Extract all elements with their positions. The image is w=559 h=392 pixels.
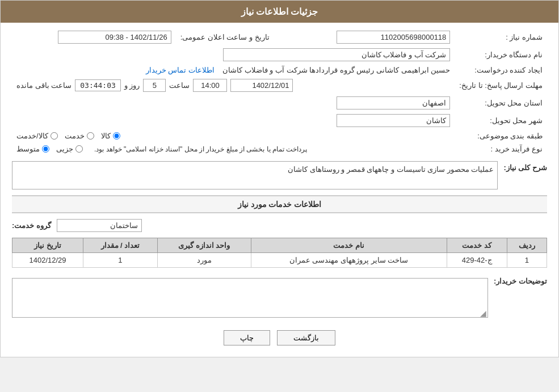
city-input[interactable]: کاشان (337, 114, 450, 127)
cell-code: ج-42-429 (447, 253, 507, 268)
deadline-time-label: ساعت (169, 81, 190, 90)
need-number-value: 1102005698000118 (291, 28, 455, 46)
table-row: 1ج-42-429ساخت سایر پروژههای مهندسی عمران… (12, 253, 547, 268)
services-table-body: 1ج-42-429ساخت سایر پروژههای مهندسی عمران… (12, 253, 547, 268)
services-table-head: ردیف کد خدمت نام خدمت واحد اندازه گیری ت… (12, 238, 547, 253)
radio-kala-khedmat-label: کالا/خدمت (16, 132, 48, 140)
buyer-desc-label: توضیحات خریدار: (494, 277, 547, 285)
deadline-days-label: روز و (124, 81, 140, 90)
purchase-notice: پرداخت تمام یا بخشی از مبلغ خریدار از مح… (94, 145, 307, 153)
buyer-desc-row: توضیحات خریدار: ◢ (12, 275, 547, 321)
info-table: شماره نیاز : 1102005698000118 تاریخ و سا… (12, 28, 547, 155)
radio-motavaset-label: متوسط (16, 145, 40, 153)
service-group-input[interactable]: ساختمان (57, 219, 142, 232)
radio-kala[interactable]: کالا (101, 132, 120, 140)
purchase-type-label: نوع فرآیند خرید : (455, 142, 547, 155)
city-value: کاشان (12, 112, 455, 129)
col-date: تاریخ نیاز (12, 238, 83, 253)
cell-quantity: 1 (83, 253, 158, 268)
radio-khedmat-input[interactable] (87, 132, 94, 140)
resize-handle: ◢ (480, 309, 486, 316)
col-unit: واحد اندازه گیری (157, 238, 251, 253)
category-radios: کالا/خدمت خدمت کالا (12, 129, 455, 142)
announce-input[interactable]: 1402/11/26 - 09:38 (58, 31, 171, 44)
page-header: جزئیات اطلاعات نیاز (1, 1, 558, 23)
deadline-remaining-text: ساعت باقی مانده (16, 81, 72, 90)
purchase-type-row: متوسط جزیی پرداخت تمام یا بخشی از مبلغ خ… (12, 142, 455, 155)
deadline-days-input[interactable]: 5 (143, 79, 166, 92)
creator-value: حسین ابراهیمی کاشانی رئیس گروه قراردادها… (12, 64, 455, 77)
purchase-radio-group: متوسط جزیی (16, 145, 83, 153)
table-row: شهر محل تحویل: کاشان (12, 112, 547, 129)
need-desc-row: شرح کلی نیاز: عملیات محصور سازی تاسیسات … (12, 161, 547, 189)
deadline-label: مهلت ارسال پاسخ: تا تاریخ: (455, 77, 547, 94)
table-row: ایجاد کننده درخواست: حسین ابراهیمی کاشان… (12, 64, 547, 77)
deadline-timer: 03:44:03 (75, 79, 121, 91)
table-header-row: ردیف کد خدمت نام خدمت واحد اندازه گیری ت… (12, 238, 547, 253)
col-row: ردیف (507, 238, 547, 253)
category-label: طبقه بندی موضوعی: (455, 129, 547, 142)
radio-jozii[interactable]: جزیی (56, 145, 83, 153)
deadline-time-input[interactable]: 14:00 (193, 79, 227, 92)
contact-link[interactable]: اطلاعات تماس خریدار (146, 66, 215, 74)
buyer-desc-box[interactable]: ◢ (12, 278, 488, 318)
announce-label: تاریخ و ساعت اعلان عمومی: (176, 28, 274, 46)
radio-kala-input[interactable] (113, 132, 120, 140)
page-title: جزئیات اطلاعات نیاز (241, 7, 318, 16)
city-label: شهر محل تحویل: (455, 112, 547, 129)
province-value: اصفهان (12, 94, 455, 112)
services-section-title: اطلاعات خدمات مورد نیاز (12, 195, 547, 213)
main-content: شماره نیاز : 1102005698000118 تاریخ و سا… (1, 23, 558, 357)
radio-motavaset-input[interactable] (42, 145, 49, 153)
buyer-name-label: نام دستگاه خریدار: (455, 46, 547, 64)
province-label: استان محل تحویل: (455, 94, 547, 112)
services-table: ردیف کد خدمت نام خدمت واحد اندازه گیری ت… (12, 238, 547, 268)
table-row: مهلت ارسال پاسخ: تا تاریخ: ساعت باقی مان… (12, 77, 547, 94)
radio-kala-khedmat[interactable]: کالا/خدمت (16, 132, 58, 140)
need-desc-box[interactable]: عملیات محصور سازی تاسیسات و چاههای قمصر … (12, 161, 498, 189)
button-row: بازگشت چاپ (12, 330, 547, 345)
province-input[interactable]: اصفهان (337, 96, 450, 109)
table-row: شماره نیاز : 1102005698000118 تاریخ و سا… (12, 28, 547, 46)
print-button[interactable]: چاپ (224, 330, 270, 345)
service-group-label: گروه خدمت: (12, 221, 51, 230)
deadline-row: ساعت باقی مانده 03:44:03 روز و 5 ساعت 14… (12, 77, 455, 94)
announce-value: 1402/11/26 - 09:38 (12, 28, 176, 46)
col-code: کد خدمت (447, 238, 507, 253)
cell-date: 1402/12/29 (12, 253, 83, 268)
radio-kala-khedmat-input[interactable] (51, 132, 58, 140)
radio-jozii-label: جزیی (56, 145, 73, 153)
need-number-label: شماره نیاز : (455, 28, 547, 46)
category-radio-group: کالا/خدمت خدمت کالا (16, 132, 450, 140)
creator-label: ایجاد کننده درخواست: (455, 64, 547, 77)
buyer-name-value: شرکت آب و فاضلاب کاشان (12, 46, 455, 64)
radio-jozii-input[interactable] (75, 145, 83, 153)
back-button[interactable]: بازگشت (277, 330, 335, 345)
need-desc-label: شرح کلی نیاز: (503, 163, 547, 172)
table-row: نوع فرآیند خرید : متوسط جزیی (12, 142, 547, 155)
radio-motavaset[interactable]: متوسط (16, 145, 49, 153)
need-number-input[interactable]: 1102005698000118 (337, 31, 450, 44)
page-wrapper: جزئیات اطلاعات نیاز شماره نیاز : 1102005… (0, 0, 559, 357)
table-row: طبقه بندی موضوعی: کالا/خدمت خدمت (12, 129, 547, 142)
radio-khedmat-label: خدمت (65, 132, 85, 140)
deadline-date-input[interactable]: 1402/12/01 (230, 79, 293, 92)
table-row: نام دستگاه خریدار: شرکت آب و فاضلاب کاشا… (12, 46, 547, 64)
service-group-row: گروه خدمت: ساختمان (12, 219, 547, 232)
buyer-name-input[interactable]: شرکت آب و فاضلاب کاشان (223, 48, 450, 61)
cell-unit: مورد (157, 253, 251, 268)
table-row: استان محل تحویل: اصفهان (12, 94, 547, 112)
col-quantity: تعداد / مقدار (83, 238, 158, 253)
cell-row: 1 (507, 253, 547, 268)
cell-name: ساخت سایر پروژههای مهندسی عمران (251, 253, 447, 268)
col-name: نام خدمت (251, 238, 447, 253)
radio-kala-label: کالا (101, 132, 111, 140)
radio-khedmat[interactable]: خدمت (65, 132, 94, 140)
